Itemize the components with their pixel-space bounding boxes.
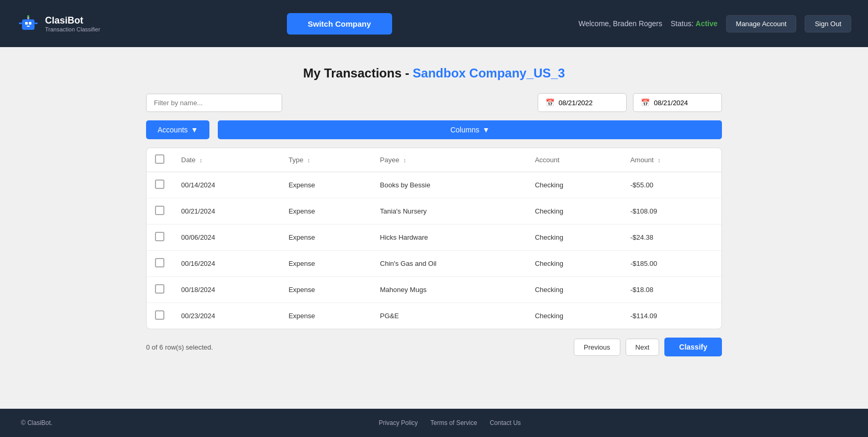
row-account: Checking (527, 303, 622, 329)
row-payee: PG&E (372, 303, 527, 329)
page-title: My Transactions - Sandbox Company_US_3 (303, 66, 565, 81)
svg-rect-6 (19, 23, 22, 24)
row-checkbox-1[interactable] (155, 206, 164, 215)
row-payee: Chin's Gas and Oil (372, 251, 527, 277)
footer-link[interactable]: Terms of Service (430, 419, 477, 427)
svg-point-5 (27, 15, 29, 17)
row-checkbox-4[interactable] (155, 284, 164, 294)
header-amount[interactable]: Amount ↕ (622, 148, 721, 172)
chevron-down-icon: ▼ (191, 126, 198, 134)
sign-out-button[interactable]: Sign Out (805, 15, 851, 32)
svg-rect-2 (29, 22, 31, 25)
row-amount: -$108.09 (622, 198, 721, 225)
row-date: 00/23/2024 (173, 303, 280, 329)
chevron-down-icon-2: ▼ (482, 126, 489, 134)
row-amount: -$55.00 (622, 172, 721, 198)
navbar-center: Switch Company (100, 13, 578, 35)
sort-icon-type: ↕ (307, 157, 310, 163)
row-amount: -$18.08 (622, 277, 721, 303)
sort-icon-payee: ↕ (403, 157, 406, 163)
row-date: 00/14/2024 (173, 172, 280, 198)
row-payee: Mahoney Mugs (372, 277, 527, 303)
header-account: Account (527, 148, 622, 172)
footer-links: Privacy PolicyTerms of ServiceContact Us (52, 419, 847, 427)
table-row: 00/21/2024 Expense Tania's Nursery Check… (147, 198, 721, 225)
row-date: 00/16/2024 (173, 251, 280, 277)
row-amount: -$114.09 (622, 303, 721, 329)
table-row: 00/14/2024 Expense Books by Bessie Check… (147, 172, 721, 198)
transactions-table-container: Date ↕ Type ↕ Payee ↕ Account Amount ↕ 0… (146, 148, 722, 329)
robot-icon (17, 12, 40, 35)
row-checkbox-2[interactable] (155, 232, 164, 241)
transactions-table: Date ↕ Type ↕ Payee ↕ Account Amount ↕ 0… (147, 148, 721, 329)
table-row: 00/18/2024 Expense Mahoney Mugs Checking… (147, 277, 721, 303)
row-type: Expense (280, 172, 372, 198)
header-type[interactable]: Type ↕ (280, 148, 372, 172)
row-type: Expense (280, 303, 372, 329)
row-checkbox-cell[interactable] (147, 225, 173, 251)
svg-rect-0 (22, 19, 35, 30)
footer: © ClasiBot. Privacy PolicyTerms of Servi… (0, 409, 868, 437)
row-account: Checking (527, 251, 622, 277)
pagination-bar: 0 of 6 row(s) selected. Previous Next Cl… (146, 338, 722, 356)
row-date: 00/18/2024 (173, 277, 280, 303)
row-checkbox-cell[interactable] (147, 172, 173, 198)
row-checkbox-cell[interactable] (147, 251, 173, 277)
row-checkbox-cell[interactable] (147, 303, 173, 329)
table-row: 00/16/2024 Expense Chin's Gas and Oil Ch… (147, 251, 721, 277)
header-payee[interactable]: Payee ↕ (372, 148, 527, 172)
app-name: ClasiBot (45, 15, 100, 26)
header-checkbox-cell[interactable] (147, 148, 173, 172)
company-name: Sandbox Company_US_3 (413, 66, 565, 80)
classify-button[interactable]: Classify (664, 338, 722, 356)
date-from-field[interactable]: 📅 08/21/2022 (538, 93, 627, 112)
next-button[interactable]: Next (626, 339, 660, 356)
app-subtitle: Transaction Classifier (45, 26, 100, 32)
date-range: 📅 08/21/2022 📅 08/21/2024 (538, 93, 722, 112)
status-active-badge: Active (696, 19, 718, 28)
row-type: Expense (280, 225, 372, 251)
rows-selected-text: 0 of 6 row(s) selected. (146, 343, 569, 351)
svg-rect-3 (27, 26, 30, 27)
row-account: Checking (527, 172, 622, 198)
status-label: Status: Active (671, 19, 718, 28)
calendar-icon-2: 📅 (641, 98, 650, 107)
row-date: 00/06/2024 (173, 225, 280, 251)
navbar: ClasiBot Transaction Classifier Switch C… (0, 0, 868, 47)
name-filter-input[interactable] (146, 94, 282, 112)
footer-link[interactable]: Privacy Policy (379, 419, 418, 427)
row-payee: Books by Bessie (372, 172, 527, 198)
row-checkbox-cell[interactable] (147, 277, 173, 303)
row-checkbox-0[interactable] (155, 180, 164, 189)
switch-company-button[interactable]: Switch Company (287, 13, 392, 35)
footer-copyright: © ClasiBot. (21, 419, 52, 427)
date-to-field[interactable]: 📅 08/21/2024 (633, 93, 722, 112)
manage-account-button[interactable]: Manage Account (726, 15, 797, 32)
row-checkbox-5[interactable] (155, 310, 164, 320)
row-checkbox-cell[interactable] (147, 198, 173, 225)
row-account: Checking (527, 198, 622, 225)
row-payee: Hicks Hardware (372, 225, 527, 251)
header-date[interactable]: Date ↕ (173, 148, 280, 172)
row-type: Expense (280, 277, 372, 303)
row-type: Expense (280, 198, 372, 225)
select-all-checkbox[interactable] (155, 154, 164, 164)
columns-button[interactable]: Columns ▼ (218, 120, 722, 139)
svg-rect-7 (35, 23, 38, 24)
accounts-button[interactable]: Accounts ▼ (146, 120, 209, 139)
logo: ClasiBot Transaction Classifier (17, 12, 100, 35)
row-account: Checking (527, 277, 622, 303)
button-bar: Accounts ▼ Columns ▼ (146, 120, 722, 139)
row-amount: -$24.38 (622, 225, 721, 251)
navbar-right: Welcome, Braden Rogers Status: Active Ma… (578, 15, 851, 32)
row-checkbox-3[interactable] (155, 258, 164, 267)
filter-bar: 📅 08/21/2022 📅 08/21/2024 (146, 93, 722, 112)
date-to-value: 08/21/2024 (654, 99, 688, 107)
previous-button[interactable]: Previous (574, 339, 620, 356)
row-account: Checking (527, 225, 622, 251)
sort-icon-date: ↕ (199, 157, 203, 163)
row-type: Expense (280, 251, 372, 277)
svg-rect-1 (25, 22, 28, 25)
main-content: My Transactions - Sandbox Company_US_3 📅… (0, 47, 868, 409)
footer-link[interactable]: Contact Us (489, 419, 520, 427)
